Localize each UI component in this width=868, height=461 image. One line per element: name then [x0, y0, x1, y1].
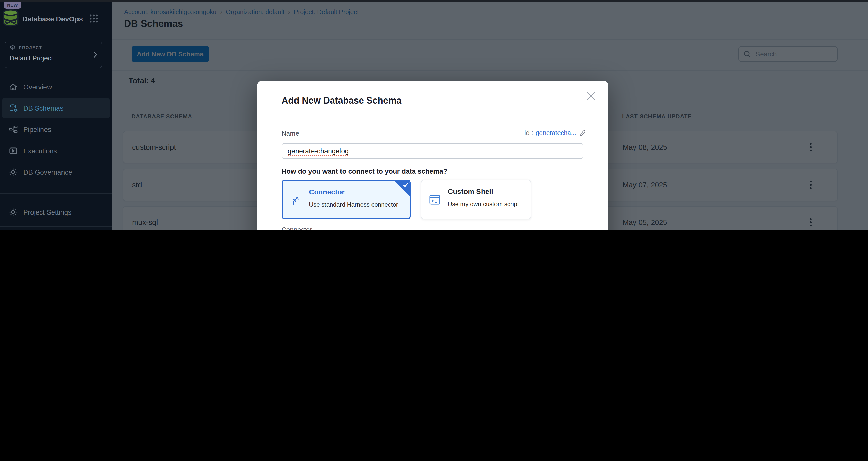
option-title: Custom Shell [448, 187, 493, 195]
option-subtitle: Use my own custom script [448, 201, 519, 208]
sidebar-item-db-schemas[interactable]: DB Schemas [2, 98, 110, 118]
sidebar: NEW Database DevOps PROJECT Default Proj… [0, 0, 112, 230]
app-window: NEW Database DevOps PROJECT Default Proj… [0, 0, 868, 230]
sidebar-item-executions[interactable]: Executions [2, 141, 110, 161]
terminal-icon [428, 193, 441, 206]
name-input-value: generate-changelog [288, 147, 349, 155]
edit-pencil-icon[interactable] [579, 129, 586, 137]
id-value-link[interactable]: generatecha... [536, 129, 576, 137]
sidebar-item-pipelines[interactable]: Pipelines [2, 119, 110, 140]
sidebar-item-label: DB Schemas [23, 104, 64, 112]
executions-icon [9, 146, 18, 155]
connector-fork-icon [290, 194, 302, 207]
close-icon[interactable] [585, 90, 597, 102]
sidebar-item-label: Pipelines [23, 126, 51, 133]
sidebar-item-label: Project Settings [23, 208, 71, 216]
sidebar-item-overview[interactable]: Overview [2, 77, 110, 97]
sidebar-item-db-governance[interactable]: DB Governance [2, 162, 110, 182]
pipelines-icon [9, 125, 18, 134]
add-schema-modal: Add New Database Schema Name Id : genera… [257, 81, 608, 230]
sidebar-item-label: Executions [23, 147, 57, 155]
project-selector-label: PROJECT [19, 46, 42, 50]
product-title: Database DevOps [22, 15, 83, 23]
option-subtitle: Use standard Harness connector [309, 201, 398, 208]
gear-icon [9, 208, 18, 217]
modal-title: Add New Database Schema [282, 95, 401, 106]
name-input[interactable]: generate-changelog [282, 143, 583, 159]
sidebar-item-project-settings[interactable]: Project Settings [2, 202, 110, 222]
project-cube-icon [10, 45, 16, 51]
schema-id-row: Id : generatecha... [524, 129, 586, 137]
id-prefix: Id : [524, 129, 533, 137]
project-selector[interactable]: PROJECT Default Project [5, 42, 102, 68]
home-icon [9, 82, 18, 91]
window-top-strip [0, 0, 868, 2]
connector-label: Connector [282, 226, 312, 230]
app-grid-icon[interactable] [89, 14, 98, 23]
governance-gear-icon [9, 168, 18, 177]
database-devops-logo-icon [2, 9, 19, 27]
db-schema-icon [9, 104, 18, 113]
name-label: Name [282, 129, 299, 137]
sidebar-divider [0, 226, 112, 227]
sidebar-item-label: Overview [23, 83, 52, 91]
sidebar-divider [5, 34, 104, 34]
connect-question: How do you want to connect to your data … [282, 168, 447, 175]
project-selector-value: Default Project [10, 54, 53, 62]
option-card-connector[interactable]: Connector Use standard Harness connector [282, 180, 411, 219]
option-card-custom-shell[interactable]: Custom Shell Use my own custom script [421, 180, 531, 219]
chevron-right-icon [94, 51, 97, 58]
check-icon [402, 182, 409, 188]
sidebar-divider [0, 193, 112, 194]
new-badge: NEW [4, 2, 22, 9]
sidebar-item-label: DB Governance [23, 168, 72, 176]
option-title: Connector [309, 188, 345, 196]
